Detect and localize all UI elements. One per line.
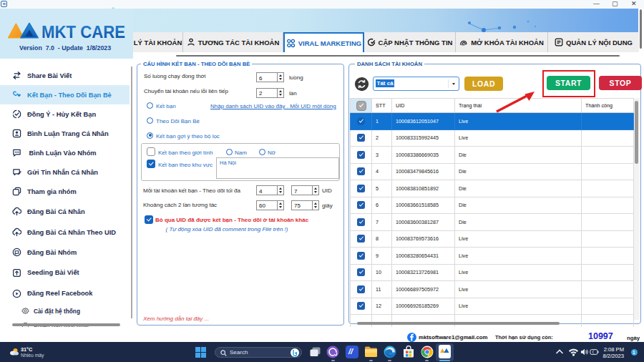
svg-text:MKT CARE: MKT CARE: [42, 23, 125, 40]
